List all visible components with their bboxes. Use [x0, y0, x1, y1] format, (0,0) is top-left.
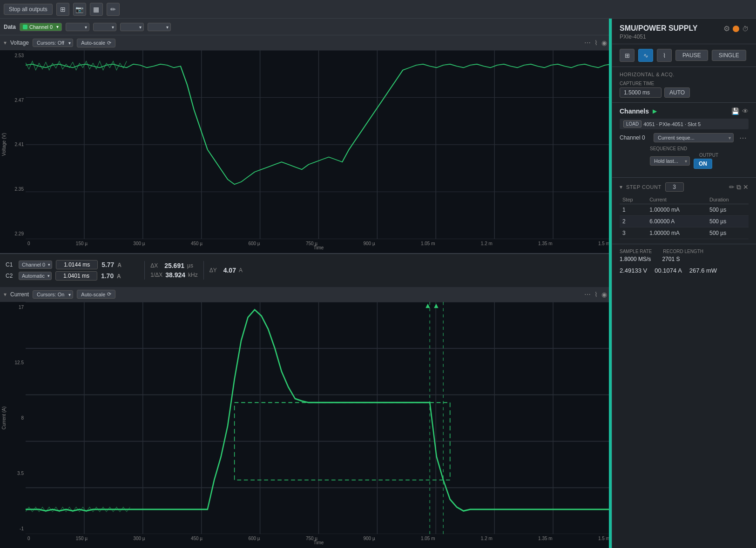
current-chevron-icon[interactable]: ▾: [4, 291, 7, 298]
seq-end-controls: Hold last... OUTPUT ON: [650, 153, 718, 169]
channel-color-dot: [23, 25, 27, 29]
sample-rate-value: 1.8000 MS/s: [620, 256, 651, 262]
voltage-chevron-icon[interactable]: ▾: [4, 40, 7, 46]
smu-controls: ⊞ ∿ ⌇ PAUSE SINGLE: [612, 44, 756, 67]
step-2-current: 6.00000 A: [647, 216, 707, 227]
voltage-y-title-container: Voltage (V): [1, 50, 7, 239]
step-edit-icon[interactable]: ✏: [729, 183, 735, 191]
cursor-c2-row: C2 Automatic 1.0401 ms 1.70 A: [6, 271, 139, 281]
smu-status: ⚙ ⏱: [723, 24, 749, 33]
voltage-scatter-icon[interactable]: ⋯: [583, 38, 592, 47]
current-autoscale-label: Auto-scale: [81, 292, 105, 297]
step-chevron-icon[interactable]: ▾: [620, 184, 622, 190]
c-x-600: 600 µ: [248, 536, 260, 541]
hold-dropdown[interactable]: Hold last...: [650, 156, 690, 166]
data-dropdown-1[interactable]: [66, 23, 89, 31]
voltage-waveform-icon[interactable]: ⌇: [594, 38, 599, 47]
pause-button[interactable]: PAUSE: [675, 50, 708, 61]
c1-channel-dropdown[interactable]: Channel 0: [19, 261, 52, 269]
channel-eye-icon[interactable]: 👁: [742, 107, 749, 115]
voltage-chart-toolbar: ▾ Voltage Cursors: Off Auto-scale ⟳ ⋯ ⌇ …: [0, 35, 612, 50]
load-badge: LOAD: [623, 120, 641, 127]
mode-step-button[interactable]: ⌇: [657, 49, 672, 62]
v-x-15m: 1.5 m: [598, 241, 610, 246]
autoscale-icon: ⟳: [107, 40, 111, 46]
c-x-300: 300 µ: [133, 536, 145, 541]
step-title: STEP COUNT: [626, 184, 662, 190]
capture-time-input[interactable]: [620, 87, 662, 98]
channel-run-icon: ▶: [653, 108, 657, 114]
voltage-y-title: Voltage (V): [2, 133, 7, 156]
sample-rate-label: SAMPLE RATE: [620, 249, 652, 254]
single-button[interactable]: SINGLE: [712, 50, 746, 61]
delta-measurements: ΔX 25.691 µs 1/ΔX 38.924 kHz: [150, 262, 198, 279]
current-chart-toolbar: ▾ Current Cursors: On Auto-scale ⟳ ⋯ ⌇ ◉: [0, 287, 612, 302]
step-3-current: 1.00000 mA: [647, 227, 707, 239]
v-x-105m: 1.05 m: [421, 241, 435, 246]
left-panel: Data Channel 0 ▾ ▾ Voltage Cursors: Off: [0, 19, 612, 548]
data-dropdown-2[interactable]: [93, 23, 116, 31]
grid-icon-button[interactable]: ⊞: [56, 3, 69, 16]
data-toolbar: Data Channel 0 ▾: [0, 19, 612, 35]
more-options-button[interactable]: ⋯: [737, 134, 749, 142]
mode-dc-button[interactable]: ⊞: [620, 49, 634, 62]
step-section: ▾ STEP COUNT ✏ ⧉ ✕ Step Current Duration: [612, 178, 756, 244]
voltage-svg: [26, 50, 612, 239]
step-1-num: 1: [620, 204, 647, 216]
gear-icon[interactable]: ⚙: [723, 24, 730, 33]
current-time-label: Time: [26, 540, 612, 545]
current-eye-icon[interactable]: ◉: [601, 290, 608, 299]
c-x-900: 900 µ: [363, 536, 375, 541]
stop-all-outputs-button[interactable]: Stop all outputs: [4, 4, 53, 15]
voltage-eye-icon[interactable]: ◉: [601, 38, 608, 47]
current-svg-container: ▼ ▼: [26, 302, 612, 534]
current-section: ▾ Current Cursors: On Auto-scale ⟳ ⋯ ⌇ ◉…: [0, 287, 612, 548]
step-row-3: 3 1.00000 mA 500 µs: [620, 227, 749, 239]
capture-time-group: CAPTURE TIME AUTO: [620, 81, 690, 98]
mode-wave-button[interactable]: ∿: [638, 49, 653, 62]
c-x-15m: 1.5 m: [598, 536, 610, 541]
c-x-450: 450 µ: [191, 536, 202, 541]
seq-end-label: SEQUENCE END: [650, 146, 718, 151]
voltage-autoscale-button[interactable]: Auto-scale ⟳: [77, 39, 115, 47]
current-x-axis: 0 150 µ 300 µ 450 µ 600 µ 750 µ 900 µ 1.…: [26, 534, 612, 548]
meas-labels-row: SAMPLE RATE RECORD LENGTH: [620, 249, 749, 254]
pencil-icon-button[interactable]: ✏: [107, 3, 120, 16]
auto-button[interactable]: AUTO: [664, 87, 690, 98]
layout-icon-button[interactable]: ▦: [90, 3, 103, 16]
step-table-body: 1 1.00000 mA 500 µs 2 6.00000 A 500 µs 3…: [620, 204, 749, 239]
step-table: Step Current Duration 1 1.00000 mA 500 µ…: [620, 195, 749, 239]
camera-icon-button[interactable]: 📷: [73, 3, 86, 16]
step-row-2: 2 6.00000 A 500 µs: [620, 216, 749, 227]
current-cursors-button[interactable]: Cursors: On: [33, 290, 73, 299]
current-autoscale-button[interactable]: Auto-scale ⟳: [77, 290, 115, 299]
delta-x-row: ΔX 25.691 µs: [150, 262, 198, 269]
voltage-cursors-button[interactable]: Cursors: Off: [33, 39, 73, 47]
data-dropdown-4[interactable]: [148, 23, 171, 31]
meas-values-row: 1.8000 MS/s 2701 S: [620, 256, 749, 262]
channel-select[interactable]: Channel 0 ▾: [20, 23, 62, 31]
v-x-600: 600 µ: [248, 241, 260, 246]
output-on-button[interactable]: ON: [694, 159, 712, 169]
c2-channel-dropdown[interactable]: Automatic: [19, 272, 52, 280]
cursor-handle-1-icon: ▼: [424, 302, 432, 310]
live-current-value: 00.1074 A: [655, 267, 682, 274]
cursor-divider-1: [144, 261, 145, 280]
step-count-input[interactable]: [665, 182, 684, 192]
step-3-duration: 500 µs: [707, 227, 749, 239]
data-dropdown-3[interactable]: [120, 23, 143, 31]
seq-end-row: SEQUENCE END Hold last... OUTPUT ON: [650, 146, 749, 169]
channels-title: Channels: [620, 107, 649, 115]
sequence-dropdown[interactable]: Current seque...: [654, 133, 734, 142]
step-copy-icon[interactable]: ⧉: [736, 183, 741, 191]
step-delete-icon[interactable]: ✕: [743, 183, 749, 191]
teal-bar: [609, 19, 612, 548]
current-waveform-icon[interactable]: ⌇: [594, 290, 599, 299]
step-3-num: 3: [620, 227, 647, 239]
hold-dropdown-wrap: Hold last...: [650, 156, 690, 166]
channel-chevron-icon: ▾: [56, 24, 59, 29]
horiz-row: CAPTURE TIME AUTO: [620, 81, 749, 98]
channel-save-icon[interactable]: 💾: [731, 107, 739, 115]
current-col-header: Current: [647, 195, 707, 204]
current-scatter-icon[interactable]: ⋯: [583, 290, 592, 299]
